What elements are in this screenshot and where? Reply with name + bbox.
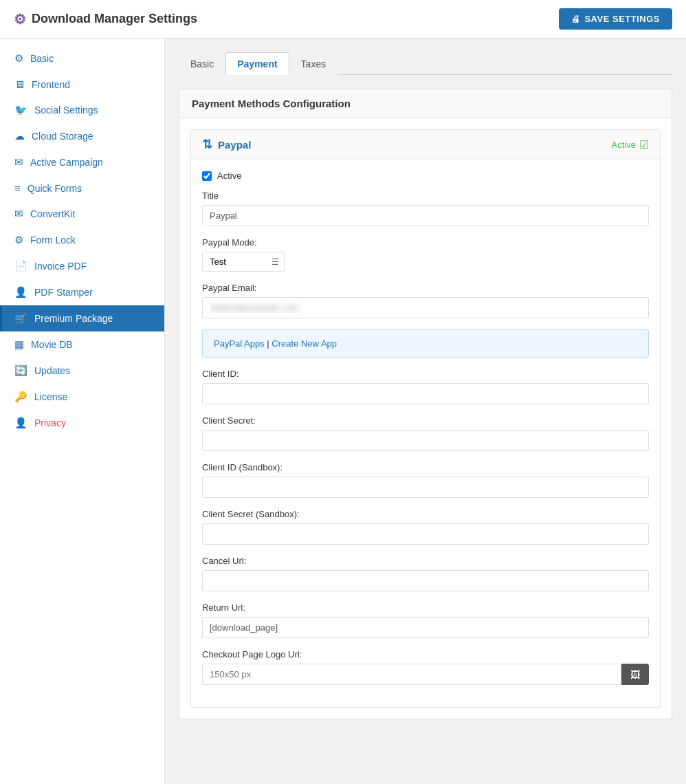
client-id-sandbox-group: Client ID (Sandbox):	[202, 462, 649, 498]
updates-icon: 🔄	[14, 364, 27, 377]
tab-payment[interactable]: Payment	[225, 52, 289, 75]
sidebar-item-social-settings[interactable]: 🐦 Social Settings	[0, 97, 164, 123]
checkout-logo-upload-button[interactable]: 🖼	[621, 664, 649, 685]
create-new-app-link[interactable]: Create New App	[272, 338, 337, 349]
client-secret-sandbox-input[interactable]	[202, 523, 649, 545]
return-url-group: Return Url:	[202, 602, 649, 638]
paypal-mode-wrapper: Test Live	[202, 252, 285, 272]
client-id-sandbox-input[interactable]	[202, 477, 649, 498]
active-checkbox-label[interactable]: Active	[217, 171, 241, 181]
paypal-mode-select[interactable]: Test Live	[202, 252, 285, 272]
frontend-icon: 🖥	[14, 78, 25, 90]
client-secret-sandbox-group: Client Secret (Sandbox):	[202, 509, 649, 545]
paypal-email-label: Paypal Email:	[202, 283, 649, 293]
basic-icon: ⚙	[14, 52, 23, 65]
save-icon: 🖨	[571, 14, 581, 24]
form-lock-icon: ⚙	[14, 234, 23, 246]
title-input[interactable]	[202, 205, 649, 226]
paypal-apps-link[interactable]: PayPal Apps	[214, 338, 265, 349]
sidebar-item-basic[interactable]: ⚙ Basic	[0, 45, 164, 72]
sidebar-item-frontend[interactable]: 🖥 Frontend	[0, 72, 164, 97]
sidebar-item-premium-package[interactable]: 🛒 Premium Package	[0, 305, 164, 331]
checkout-logo-group: Checkout Page Logo Url: 🖼	[202, 649, 649, 685]
client-secret-sandbox-label: Client Secret (Sandbox):	[202, 509, 649, 519]
title-label: Title	[202, 190, 649, 201]
client-id-label: Client ID:	[202, 369, 649, 379]
sidebar-item-privacy[interactable]: 👤 Privacy	[0, 410, 164, 436]
main-content: Basic Payment Taxes Payment Methods Conf…	[165, 39, 686, 784]
paypal-title: Paypal	[218, 139, 251, 151]
gear-icon: ⚙	[14, 11, 26, 28]
checkout-logo-input-group: 🖼	[202, 664, 649, 685]
privacy-icon: 👤	[14, 417, 27, 429]
save-settings-button[interactable]: 🖨 SAVE SETTINGS	[559, 8, 672, 30]
client-secret-group: Client Secret:	[202, 415, 649, 451]
checkout-logo-label: Checkout Page Logo Url:	[202, 649, 649, 660]
paypal-email-input[interactable]	[202, 297, 649, 318]
sidebar-item-updates[interactable]: 🔄 Updates	[0, 358, 164, 384]
license-icon: 🔑	[14, 391, 27, 403]
app-header: ⚙ Download Manager Settings 🖨 SAVE SETTI…	[0, 0, 686, 39]
client-id-sandbox-label: Client ID (Sandbox):	[202, 462, 649, 472]
return-url-input[interactable]	[202, 617, 649, 638]
paypal-mode-group: Paypal Mode: Test Live	[202, 237, 649, 272]
paypal-body: Active Title Paypal Mode: Test Live	[191, 160, 660, 707]
paypal-email-group: Paypal Email:	[202, 283, 649, 318]
sidebar-item-quick-forms[interactable]: ≡ Quick Forms	[0, 175, 164, 201]
cancel-url-group: Cancel Url:	[202, 556, 649, 591]
sidebar-item-invoice-pdf[interactable]: 📄 Invoice PDF	[0, 253, 164, 279]
checkout-logo-input[interactable]	[202, 664, 621, 685]
cloud-storage-icon: ☁	[14, 130, 25, 142]
paypal-active-badge: Active ☑	[612, 138, 649, 151]
paypal-status: Active	[612, 140, 636, 150]
title-group: Title	[202, 190, 649, 226]
tab-basic[interactable]: Basic	[179, 52, 225, 75]
sidebar-item-movie-db[interactable]: ▦ Movie DB	[0, 331, 164, 358]
active-campaign-icon: ✉	[14, 156, 23, 168]
tab-bar: Basic Payment Taxes	[179, 52, 672, 75]
client-id-group: Client ID:	[202, 369, 649, 404]
sidebar-item-active-campaign[interactable]: ✉ Active Campaign	[0, 149, 164, 175]
client-secret-input[interactable]	[202, 430, 649, 451]
sidebar-item-convertkit[interactable]: ✉ ConvertKit	[0, 201, 164, 227]
cancel-url-label: Cancel Url:	[202, 556, 649, 566]
client-secret-label: Client Secret:	[202, 415, 649, 426]
paypal-check-icon: ☑	[639, 138, 649, 151]
paypal-header: ⇅ Paypal Active ☑	[191, 130, 660, 160]
paypal-mode-label: Paypal Mode:	[202, 237, 649, 248]
return-url-label: Return Url:	[202, 602, 649, 613]
paypal-card: ⇅ Paypal Active ☑ Active	[190, 129, 661, 708]
sidebar-item-form-lock[interactable]: ⚙ Form Lock	[0, 227, 164, 253]
convertkit-icon: ✉	[14, 208, 23, 220]
tab-taxes[interactable]: Taxes	[289, 52, 338, 75]
client-id-input[interactable]	[202, 383, 649, 404]
sidebar-item-cloud-storage[interactable]: ☁ Cloud Storage	[0, 123, 164, 149]
paypal-sort-icon: ⇅	[202, 137, 212, 152]
section-title: Payment Methods Configuration	[179, 89, 672, 118]
app-title: ⚙ Download Manager Settings	[14, 11, 197, 28]
paypal-links-box: PayPal Apps | Create New App	[202, 329, 649, 358]
invoice-pdf-icon: 📄	[14, 260, 27, 272]
active-checkbox[interactable]	[202, 171, 212, 181]
sidebar-item-license[interactable]: 🔑 License	[0, 384, 164, 410]
social-settings-icon: 🐦	[14, 104, 27, 116]
active-checkbox-group: Active	[202, 171, 649, 181]
pdf-stamper-icon: 👤	[14, 286, 27, 298]
cancel-url-input[interactable]	[202, 570, 649, 591]
payment-methods-section: Payment Methods Configuration ⇅ Paypal A…	[179, 89, 672, 719]
quick-forms-icon: ≡	[14, 182, 21, 194]
sidebar-item-pdf-stamper[interactable]: 👤 PDF Stamper	[0, 279, 164, 305]
sidebar: ⚙ Basic 🖥 Frontend 🐦 Social Settings ☁ C…	[0, 39, 165, 784]
movie-db-icon: ▦	[14, 338, 24, 351]
premium-package-icon: 🛒	[14, 312, 27, 325]
main-layout: ⚙ Basic 🖥 Frontend 🐦 Social Settings ☁ C…	[0, 39, 686, 784]
